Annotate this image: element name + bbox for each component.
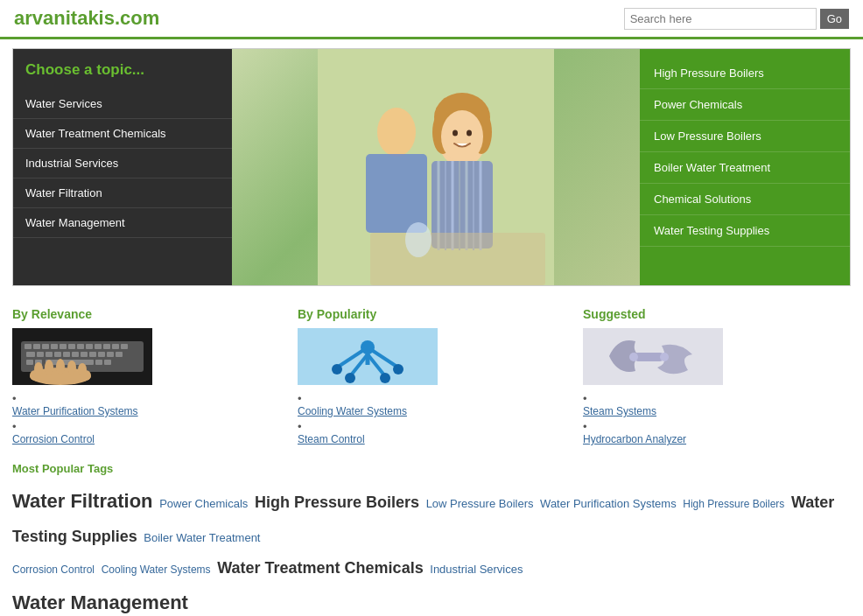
hero-image bbox=[232, 49, 640, 285]
svg-rect-29 bbox=[86, 344, 93, 349]
svg-rect-45 bbox=[26, 360, 33, 365]
search-input[interactable] bbox=[624, 8, 817, 30]
search-form: Go bbox=[624, 8, 849, 30]
tag-water-treatment-chemicals[interactable]: Water Treatment Chemicals bbox=[217, 559, 423, 577]
hero-illustration bbox=[318, 49, 554, 285]
svg-point-7 bbox=[441, 110, 483, 163]
svg-rect-22 bbox=[25, 344, 32, 349]
svg-point-63 bbox=[332, 364, 342, 374]
three-column-section: By Relevance bbox=[12, 307, 851, 448]
tag-high-pressure-boilers-1[interactable]: High Pressure Boilers bbox=[255, 494, 419, 511]
tag-water-purification-systems[interactable]: Water Purification Systems bbox=[540, 497, 677, 510]
svg-rect-34 bbox=[26, 352, 35, 357]
popularity-link-2[interactable]: Steam Control bbox=[298, 433, 565, 445]
relevance-link-2[interactable]: Corrosion Control bbox=[12, 433, 280, 445]
relevance-image bbox=[12, 328, 152, 385]
nav-item-low-pressure-boilers[interactable]: Low Pressure Boilers bbox=[640, 121, 850, 152]
left-navigation: Choose a topic... Water Services Water T… bbox=[13, 49, 232, 285]
nav-item-high-pressure-boilers[interactable]: High Pressure Boilers bbox=[640, 58, 850, 89]
relevance-link-1[interactable]: Water Purification Systems bbox=[12, 405, 280, 417]
svg-rect-25 bbox=[51, 344, 58, 349]
suggested-link-2[interactable]: Hydrocarbon Analyzer bbox=[583, 433, 851, 445]
tag-power-chemicals[interactable]: Power Chemicals bbox=[159, 497, 248, 510]
popularity-image bbox=[298, 328, 438, 385]
relevance-links: • Water Purification Systems • Corrosion… bbox=[12, 392, 280, 445]
svg-rect-35 bbox=[37, 352, 44, 357]
nav-item-water-treatment-chemicals[interactable]: Water Treatment Chemicals bbox=[13, 119, 232, 149]
tag-cooling-water-systems[interactable]: Cooling Water Systems bbox=[102, 564, 211, 576]
nav-title: Choose a topic... bbox=[13, 49, 232, 89]
svg-rect-32 bbox=[112, 344, 119, 349]
nav-item-water-testing-supplies[interactable]: Water Testing Supplies bbox=[640, 215, 850, 247]
popularity-column: By Popularity bbox=[298, 307, 565, 448]
svg-point-65 bbox=[345, 373, 355, 383]
svg-point-54 bbox=[56, 359, 65, 374]
nav-item-industrial-services[interactable]: Industrial Services bbox=[13, 149, 232, 178]
svg-point-8 bbox=[453, 130, 458, 136]
relevance-column: By Relevance bbox=[12, 307, 280, 448]
svg-rect-39 bbox=[72, 352, 79, 357]
svg-point-55 bbox=[67, 360, 76, 374]
svg-point-52 bbox=[34, 362, 43, 376]
tag-high-pressure-boilers-2[interactable]: High Pressure Boilers bbox=[683, 498, 784, 510]
svg-rect-42 bbox=[98, 352, 105, 357]
svg-rect-26 bbox=[60, 344, 67, 349]
tag-corrosion-control[interactable]: Corrosion Control bbox=[12, 564, 95, 576]
tag-low-pressure-boilers[interactable]: Low Pressure Boilers bbox=[426, 497, 534, 510]
svg-rect-37 bbox=[54, 352, 61, 357]
tag-boiler-water-treatment[interactable]: Boiler Water Treatment bbox=[144, 531, 260, 544]
svg-point-1 bbox=[377, 108, 416, 157]
svg-rect-43 bbox=[107, 352, 114, 357]
nav-item-water-services[interactable]: Water Services bbox=[13, 89, 232, 119]
suggested-image bbox=[583, 328, 723, 385]
svg-rect-40 bbox=[81, 352, 88, 357]
suggested-link-1[interactable]: Steam Systems bbox=[583, 405, 851, 417]
right-navigation: High Pressure Boilers Power Chemicals Lo… bbox=[640, 49, 850, 285]
svg-point-56 bbox=[78, 363, 87, 375]
svg-point-71 bbox=[660, 353, 669, 361]
svg-rect-33 bbox=[121, 344, 128, 349]
svg-point-19 bbox=[405, 222, 432, 257]
svg-point-70 bbox=[629, 353, 638, 361]
suggested-title: Suggested bbox=[583, 307, 851, 321]
tags-container: Water Filtration Power Chemicals High Pr… bbox=[12, 482, 851, 616]
svg-rect-49 bbox=[104, 360, 111, 365]
main-navigation: Choose a topic... Water Services Water T… bbox=[12, 48, 851, 286]
popularity-link-1[interactable]: Cooling Water Systems bbox=[298, 405, 565, 417]
nav-item-water-filtration[interactable]: Water Filtration bbox=[13, 178, 232, 208]
header: arvanitakis.com Go bbox=[0, 0, 863, 39]
tag-industrial-services[interactable]: Industrial Services bbox=[430, 563, 523, 576]
nav-item-water-management[interactable]: Water Management bbox=[13, 208, 232, 238]
network-illustration bbox=[298, 328, 438, 385]
svg-rect-27 bbox=[68, 344, 75, 349]
popularity-title: By Popularity bbox=[298, 307, 565, 321]
industrial-illustration bbox=[583, 328, 723, 385]
search-button[interactable]: Go bbox=[820, 9, 849, 29]
tag-water-management[interactable]: Water Management bbox=[12, 592, 188, 613]
svg-rect-36 bbox=[46, 352, 53, 357]
svg-rect-28 bbox=[77, 344, 84, 349]
svg-rect-69 bbox=[634, 353, 664, 361]
svg-point-66 bbox=[380, 373, 390, 383]
site-logo[interactable]: arvanitakis.com bbox=[14, 7, 159, 30]
svg-rect-44 bbox=[116, 352, 123, 357]
relevance-title: By Relevance bbox=[12, 307, 280, 321]
svg-rect-23 bbox=[33, 344, 40, 349]
tags-section: Most Popular Tags Water Filtration Power… bbox=[12, 462, 851, 616]
svg-rect-2 bbox=[366, 154, 427, 233]
tags-title: Most Popular Tags bbox=[12, 462, 851, 475]
svg-rect-30 bbox=[95, 344, 102, 349]
svg-point-53 bbox=[45, 360, 53, 375]
svg-rect-48 bbox=[95, 360, 102, 365]
svg-point-9 bbox=[467, 130, 472, 136]
popularity-links: • Cooling Water Systems • Steam Control bbox=[298, 392, 565, 445]
suggested-links: • Steam Systems • Hydrocarbon Analyzer bbox=[583, 392, 851, 445]
keyboard-illustration bbox=[12, 328, 152, 385]
nav-item-chemical-solutions[interactable]: Chemical Solutions bbox=[640, 184, 850, 215]
nav-item-boiler-water-treatment[interactable]: Boiler Water Treatment bbox=[640, 152, 850, 184]
svg-rect-18 bbox=[370, 233, 545, 285]
suggested-column: Suggested • Steam Systems • Hydrocarbon … bbox=[583, 307, 851, 448]
nav-item-power-chemicals[interactable]: Power Chemicals bbox=[640, 89, 850, 121]
svg-rect-38 bbox=[63, 352, 70, 357]
tag-water-filtration[interactable]: Water Filtration bbox=[12, 490, 153, 512]
